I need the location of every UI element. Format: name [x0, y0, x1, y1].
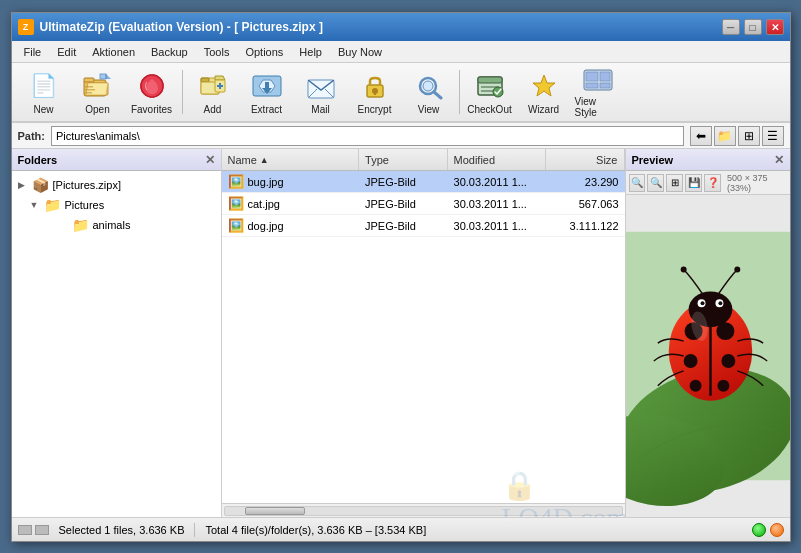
svg-rect-12: [201, 78, 209, 82]
toolbar-add[interactable]: Add: [187, 66, 239, 118]
file-name-cat: 🖼️ cat.jpg: [222, 196, 360, 211]
preview-size-info: 500 × 375 (33%): [723, 172, 786, 194]
file-size-cat: 567.063: [546, 198, 625, 210]
new-label: New: [33, 104, 53, 115]
svg-rect-4: [85, 86, 93, 88]
toolbar-favorites[interactable]: Favorites: [126, 66, 178, 118]
folder-tree: ▶ 📦 [Pictures.zipx] ▼ 📁 Pictures 📁 anima…: [12, 171, 221, 517]
folder-panel-header: Folders ✕: [12, 149, 221, 171]
tree-arrow-animals: [58, 220, 68, 230]
tree-label-pictures: Pictures: [65, 199, 105, 211]
menu-edit[interactable]: Edit: [49, 44, 84, 60]
separator-2: [459, 70, 460, 114]
preview-panel-close[interactable]: ✕: [774, 153, 784, 167]
col-header-modified[interactable]: Modified: [448, 149, 546, 170]
toolbar-viewstyle[interactable]: View Style: [572, 66, 624, 118]
file-row-bug[interactable]: 🖼️ bug.jpg JPEG-Bild 30.03.2011 1... 23.…: [222, 171, 625, 193]
wizard-label: Wizard: [528, 104, 559, 115]
menu-backup[interactable]: Backup: [143, 44, 196, 60]
tree-item-pictures[interactable]: ▼ 📁 Pictures: [16, 195, 217, 215]
svg-marker-14: [215, 76, 225, 80]
separator-1: [182, 70, 183, 114]
extract-icon: [251, 70, 283, 102]
menu-options[interactable]: Options: [237, 44, 291, 60]
status-separator: [194, 523, 195, 537]
encrypt-icon: [359, 70, 391, 102]
file-modified-bug: 30.03.2011 1...: [448, 176, 546, 188]
toolbar-extract[interactable]: Extract: [241, 66, 293, 118]
dot-orange: [770, 523, 784, 537]
col-header-type[interactable]: Type: [359, 149, 448, 170]
toolbar-wizard[interactable]: Wizard: [518, 66, 570, 118]
toolbar-open[interactable]: Open: [72, 66, 124, 118]
preview-fit[interactable]: ⊞: [666, 174, 683, 192]
file-row-cat[interactable]: 🖼️ cat.jpg JPEG-Bild 30.03.2011 1... 567…: [222, 193, 625, 215]
svg-rect-39: [600, 72, 610, 81]
tree-label-root: [Pictures.zipx]: [53, 179, 121, 191]
svg-line-30: [434, 92, 441, 98]
menu-buynow[interactable]: Buy Now: [330, 44, 390, 60]
svg-rect-41: [600, 83, 610, 88]
hscroll-track: [224, 506, 623, 516]
svg-rect-38: [586, 72, 598, 81]
hscroll[interactable]: [222, 503, 625, 517]
svg-rect-17: [219, 83, 221, 89]
tree-label-animals: animals: [93, 219, 131, 231]
view-icon: [413, 70, 445, 102]
svg-marker-36: [533, 75, 555, 96]
mail-label: Mail: [311, 104, 329, 115]
tree-icon-pictures: 📁: [44, 197, 61, 213]
preview-zoom-out[interactable]: 🔍: [647, 174, 664, 192]
preview-panel: Preview ✕ 🔍 🔍 ⊞ 💾 ❓ 500 × 375 (33%): [625, 149, 790, 517]
tree-item-animals[interactable]: 📁 animals: [16, 215, 217, 235]
status-icons: [18, 525, 49, 535]
favorites-label: Favorites: [131, 104, 172, 115]
tree-icon-root: 📦: [32, 177, 49, 193]
file-row-dog[interactable]: 🖼️ dog.jpg JPEG-Bild 30.03.2011 1... 3.1…: [222, 215, 625, 237]
toolbar-mail[interactable]: Mail: [295, 66, 347, 118]
path-back-button[interactable]: ⬅: [690, 126, 712, 146]
toolbar-encrypt[interactable]: Encrypt: [349, 66, 401, 118]
path-list-button[interactable]: ☰: [762, 126, 784, 146]
tree-item-root[interactable]: ▶ 📦 [Pictures.zipx]: [16, 175, 217, 195]
toolbar-view[interactable]: View: [403, 66, 455, 118]
path-folder-button[interactable]: 📁: [714, 126, 736, 146]
menu-help[interactable]: Help: [291, 44, 330, 60]
path-grid-button[interactable]: ⊞: [738, 126, 760, 146]
svg-point-52: [717, 380, 729, 392]
svg-point-59: [734, 267, 740, 273]
tree-arrow-pictures: ▼: [30, 200, 40, 210]
svg-point-58: [680, 267, 686, 273]
tree-arrow-root: ▶: [18, 180, 28, 190]
svg-rect-1: [84, 78, 94, 82]
menu-file[interactable]: File: [16, 44, 50, 60]
encrypt-label: Encrypt: [358, 104, 392, 115]
preview-zoom-in[interactable]: 🔍: [629, 174, 646, 192]
preview-toolbar: 🔍 🔍 ⊞ 💾 ❓ 500 × 375 (33%): [626, 171, 790, 195]
menu-tools[interactable]: Tools: [196, 44, 238, 60]
toolbar-checkout[interactable]: CheckOut: [464, 66, 516, 118]
viewstyle-icon: [582, 66, 614, 94]
col-header-name[interactable]: Name ▲: [222, 149, 360, 170]
svg-point-29: [423, 81, 433, 91]
favorites-icon: [136, 70, 168, 102]
close-button[interactable]: ✕: [766, 19, 784, 35]
dot-green: [752, 523, 766, 537]
minimize-button[interactable]: ─: [722, 19, 740, 35]
preview-help[interactable]: ❓: [704, 174, 721, 192]
open-label: Open: [85, 104, 109, 115]
hscroll-thumb[interactable]: [245, 507, 305, 515]
menu-aktionen[interactable]: Aktionen: [84, 44, 143, 60]
preview-header: Preview ✕: [626, 149, 790, 171]
folder-panel-close[interactable]: ✕: [205, 153, 215, 167]
toolbar-new[interactable]: 📄 New: [18, 66, 70, 118]
col-header-size[interactable]: Size: [546, 149, 625, 170]
path-input[interactable]: [51, 126, 684, 146]
mail-icon: [305, 70, 337, 102]
preview-save[interactable]: 💾: [685, 174, 702, 192]
file-icon-cat: 🖼️: [228, 196, 244, 211]
extract-label: Extract: [251, 104, 282, 115]
maximize-button[interactable]: □: [744, 19, 762, 35]
add-label: Add: [204, 104, 222, 115]
file-size-bug: 23.290: [546, 176, 625, 188]
